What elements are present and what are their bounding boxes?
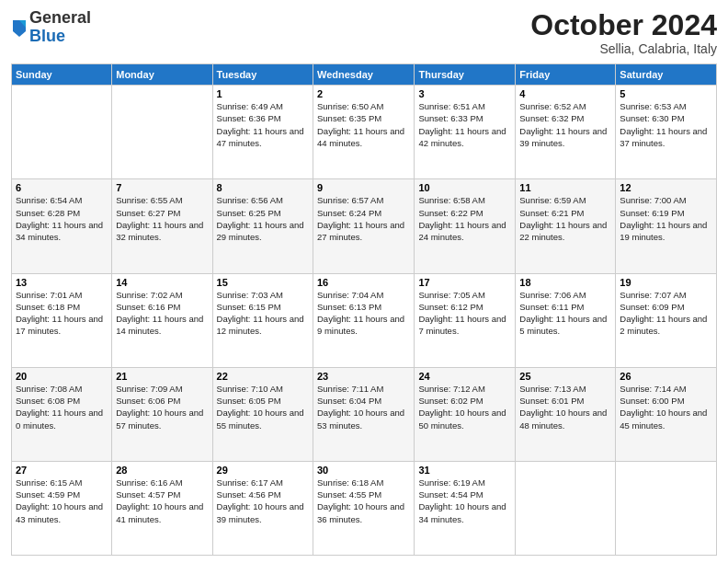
weekday-header-tuesday: Tuesday xyxy=(212,64,313,86)
day-info: Sunrise: 7:04 AM Sunset: 6:13 PM Dayligh… xyxy=(317,289,410,338)
day-info: Sunrise: 6:15 AM Sunset: 4:59 PM Dayligh… xyxy=(16,477,108,525)
location-subtitle: Sellia, Calabria, Italy xyxy=(530,41,717,56)
day-cell: 10Sunrise: 6:58 AM Sunset: 6:22 PM Dayli… xyxy=(415,179,516,273)
day-number: 28 xyxy=(116,465,208,476)
day-cell: 18Sunrise: 7:06 AM Sunset: 6:11 PM Dayli… xyxy=(516,273,616,367)
day-cell: 26Sunrise: 7:14 AM Sunset: 6:00 PM Dayli… xyxy=(616,367,717,461)
day-cell: 21Sunrise: 7:09 AM Sunset: 6:06 PM Dayli… xyxy=(112,367,212,461)
day-cell: 15Sunrise: 7:03 AM Sunset: 6:15 PM Dayli… xyxy=(212,273,313,367)
day-cell xyxy=(516,461,616,555)
weekday-header-friday: Friday xyxy=(516,64,616,86)
day-number: 5 xyxy=(620,88,712,99)
day-info: Sunrise: 7:12 AM Sunset: 6:02 PM Dayligh… xyxy=(418,383,511,431)
day-cell: 12Sunrise: 7:00 AM Sunset: 6:19 PM Dayli… xyxy=(616,179,717,273)
day-number: 27 xyxy=(16,465,108,476)
day-number: 10 xyxy=(418,182,511,193)
day-info: Sunrise: 6:59 AM Sunset: 6:21 PM Dayligh… xyxy=(519,194,611,243)
day-info: Sunrise: 6:58 AM Sunset: 6:22 PM Dayligh… xyxy=(418,194,511,243)
day-cell: 16Sunrise: 7:04 AM Sunset: 6:13 PM Dayli… xyxy=(313,273,415,367)
day-info: Sunrise: 7:00 AM Sunset: 6:19 PM Dayligh… xyxy=(620,194,712,243)
day-cell: 29Sunrise: 6:17 AM Sunset: 4:56 PM Dayli… xyxy=(212,461,313,555)
day-info: Sunrise: 7:11 AM Sunset: 6:04 PM Dayligh… xyxy=(317,383,410,431)
day-info: Sunrise: 7:13 AM Sunset: 6:01 PM Dayligh… xyxy=(519,383,611,431)
day-info: Sunrise: 6:57 AM Sunset: 6:24 PM Dayligh… xyxy=(317,194,410,243)
day-info: Sunrise: 6:51 AM Sunset: 6:33 PM Dayligh… xyxy=(418,100,511,149)
calendar-table: SundayMondayTuesdayWednesdayThursdayFrid… xyxy=(11,63,717,556)
day-cell: 2Sunrise: 6:50 AM Sunset: 6:35 PM Daylig… xyxy=(313,86,415,179)
day-number: 12 xyxy=(620,182,712,193)
day-cell: 7Sunrise: 6:55 AM Sunset: 6:27 PM Daylig… xyxy=(112,179,212,273)
day-info: Sunrise: 6:56 AM Sunset: 6:25 PM Dayligh… xyxy=(217,194,309,243)
day-cell xyxy=(112,86,212,179)
logo: General Blue xyxy=(11,9,91,46)
day-number: 14 xyxy=(116,277,208,288)
day-cell: 24Sunrise: 7:12 AM Sunset: 6:02 PM Dayli… xyxy=(415,367,516,461)
day-cell: 28Sunrise: 6:16 AM Sunset: 4:57 PM Dayli… xyxy=(112,461,212,555)
day-info: Sunrise: 7:06 AM Sunset: 6:11 PM Dayligh… xyxy=(519,289,611,338)
weekday-header-saturday: Saturday xyxy=(616,64,717,86)
day-info: Sunrise: 7:05 AM Sunset: 6:12 PM Dayligh… xyxy=(418,289,511,338)
logo-general-text: General xyxy=(29,9,91,28)
day-info: Sunrise: 7:10 AM Sunset: 6:05 PM Dayligh… xyxy=(217,383,309,431)
day-number: 19 xyxy=(620,277,712,288)
day-info: Sunrise: 6:18 AM Sunset: 4:55 PM Dayligh… xyxy=(317,477,410,525)
day-cell: 22Sunrise: 7:10 AM Sunset: 6:05 PM Dayli… xyxy=(212,367,313,461)
day-info: Sunrise: 7:07 AM Sunset: 6:09 PM Dayligh… xyxy=(620,289,712,338)
day-number: 11 xyxy=(519,182,611,193)
day-number: 22 xyxy=(217,371,309,382)
day-cell: 20Sunrise: 7:08 AM Sunset: 6:08 PM Dayli… xyxy=(12,367,112,461)
weekday-header-wednesday: Wednesday xyxy=(313,64,415,86)
week-row-5: 27Sunrise: 6:15 AM Sunset: 4:59 PM Dayli… xyxy=(12,461,717,555)
day-number: 17 xyxy=(418,277,511,288)
day-cell: 14Sunrise: 7:02 AM Sunset: 6:16 PM Dayli… xyxy=(112,273,212,367)
day-cell: 30Sunrise: 6:18 AM Sunset: 4:55 PM Dayli… xyxy=(313,461,415,555)
day-info: Sunrise: 6:54 AM Sunset: 6:28 PM Dayligh… xyxy=(16,194,108,243)
header: General Blue October 2024 Sellia, Calabr… xyxy=(11,9,717,56)
weekday-header-row: SundayMondayTuesdayWednesdayThursdayFrid… xyxy=(12,64,717,86)
day-number: 6 xyxy=(16,182,108,193)
day-number: 7 xyxy=(116,182,208,193)
day-number: 24 xyxy=(418,371,511,382)
day-cell xyxy=(616,461,717,555)
day-number: 16 xyxy=(317,277,410,288)
weekday-header-thursday: Thursday xyxy=(415,64,516,86)
day-info: Sunrise: 6:16 AM Sunset: 4:57 PM Dayligh… xyxy=(116,477,208,525)
day-cell: 23Sunrise: 7:11 AM Sunset: 6:04 PM Dayli… xyxy=(313,367,415,461)
day-number: 13 xyxy=(16,277,108,288)
day-info: Sunrise: 6:53 AM Sunset: 6:30 PM Dayligh… xyxy=(620,100,712,149)
day-cell xyxy=(12,86,112,179)
day-number: 31 xyxy=(418,465,511,476)
day-number: 20 xyxy=(16,371,108,382)
day-info: Sunrise: 7:03 AM Sunset: 6:15 PM Dayligh… xyxy=(217,289,309,338)
week-row-2: 6Sunrise: 6:54 AM Sunset: 6:28 PM Daylig… xyxy=(12,179,717,273)
logo-icon xyxy=(11,18,28,39)
week-row-4: 20Sunrise: 7:08 AM Sunset: 6:08 PM Dayli… xyxy=(12,367,717,461)
day-info: Sunrise: 6:49 AM Sunset: 6:36 PM Dayligh… xyxy=(217,100,309,149)
day-info: Sunrise: 6:17 AM Sunset: 4:56 PM Dayligh… xyxy=(217,477,309,525)
day-number: 4 xyxy=(519,88,611,99)
title-block: October 2024 Sellia, Calabria, Italy xyxy=(530,9,717,56)
day-number: 15 xyxy=(217,277,309,288)
day-number: 29 xyxy=(217,465,309,476)
day-cell: 9Sunrise: 6:57 AM Sunset: 6:24 PM Daylig… xyxy=(313,179,415,273)
day-cell: 3Sunrise: 6:51 AM Sunset: 6:33 PM Daylig… xyxy=(415,86,516,179)
week-row-3: 13Sunrise: 7:01 AM Sunset: 6:18 PM Dayli… xyxy=(12,273,717,367)
day-info: Sunrise: 7:02 AM Sunset: 6:16 PM Dayligh… xyxy=(116,289,208,338)
weekday-header-sunday: Sunday xyxy=(12,64,112,86)
day-info: Sunrise: 6:50 AM Sunset: 6:35 PM Dayligh… xyxy=(317,100,410,149)
day-number: 30 xyxy=(317,465,410,476)
day-cell: 6Sunrise: 6:54 AM Sunset: 6:28 PM Daylig… xyxy=(12,179,112,273)
day-cell: 11Sunrise: 6:59 AM Sunset: 6:21 PM Dayli… xyxy=(516,179,616,273)
day-number: 3 xyxy=(418,88,511,99)
day-info: Sunrise: 6:55 AM Sunset: 6:27 PM Dayligh… xyxy=(116,194,208,243)
day-number: 8 xyxy=(217,182,309,193)
logo-text: General Blue xyxy=(29,9,91,46)
day-cell: 31Sunrise: 6:19 AM Sunset: 4:54 PM Dayli… xyxy=(415,461,516,555)
day-cell: 13Sunrise: 7:01 AM Sunset: 6:18 PM Dayli… xyxy=(12,273,112,367)
day-number: 23 xyxy=(317,371,410,382)
day-number: 9 xyxy=(317,182,410,193)
week-row-1: 1Sunrise: 6:49 AM Sunset: 6:36 PM Daylig… xyxy=(12,86,717,179)
day-number: 1 xyxy=(217,88,309,99)
day-info: Sunrise: 7:08 AM Sunset: 6:08 PM Dayligh… xyxy=(16,383,108,431)
day-cell: 25Sunrise: 7:13 AM Sunset: 6:01 PM Dayli… xyxy=(516,367,616,461)
